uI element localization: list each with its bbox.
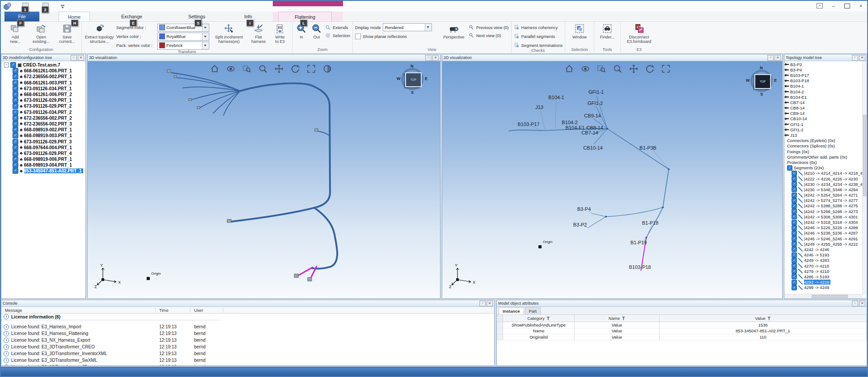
- panel-float-icon[interactable]: ▫: [767, 55, 774, 61]
- segment-item[interactable]: ✓4299 -> 4249: [784, 285, 863, 290]
- checkbox[interactable]: ✓: [13, 168, 18, 174]
- quick-access-customize-icon[interactable]: [61, 5, 64, 8]
- tree-item[interactable]: ✓♣668-061261-006.PRT_1: [1, 68, 85, 74]
- checkbox[interactable]: ✓: [792, 247, 797, 252]
- close-button[interactable]: ×: [857, 3, 864, 9]
- checkbox[interactable]: ✓: [13, 80, 18, 86]
- category-item[interactable]: Grommets/Other add. parts (0x): [784, 154, 863, 159]
- segment-item[interactable]: ✓4246 -> 5193: [784, 252, 863, 258]
- tab-instance[interactable]: Instance: [499, 307, 524, 314]
- rotate-icon[interactable]: [290, 64, 300, 74]
- category-item[interactable]: Connectors (Splices) (0x): [784, 143, 863, 149]
- tree-item[interactable]: ✓♣668-098919-006.PRT_1: [1, 156, 85, 162]
- node-label-gfi1-1[interactable]: GFI1-1: [589, 89, 604, 95]
- checkbox[interactable]: ✓: [13, 162, 18, 168]
- segment-item[interactable]: ✓4279 -> 4210: [784, 268, 863, 274]
- checkbox[interactable]: ✓: [792, 198, 797, 203]
- category-item[interactable]: Protections (0x): [784, 159, 863, 165]
- checkbox[interactable]: ✓: [792, 274, 797, 279]
- viz2d-compass[interactable]: N W E S TOP: [747, 67, 776, 95]
- console-row[interactable]: iLicense found: E3_Harness_Flattening12:…: [1, 330, 494, 337]
- tree-item[interactable]: ✓♣672-236556-002.PRT_3: [1, 121, 85, 127]
- segment-item[interactable]: ✓|4230 -> 5348_5348 -> 4294: [784, 187, 863, 192]
- chevron-down-icon[interactable]: [202, 24, 209, 31]
- viz3d-compass[interactable]: N W E S TOP: [398, 65, 427, 93]
- color-select[interactable]: Firebrick: [157, 42, 209, 50]
- node-label-b3-p2[interactable]: B3-P2: [573, 222, 587, 227]
- chevron-down-icon[interactable]: [202, 33, 209, 40]
- tree-item[interactable]: ✓♣673-091126-029.PRT_3: [1, 138, 85, 144]
- flat-harness-button[interactable]: Flatharness: [249, 23, 268, 50]
- segment-item[interactable]: ✓4293 -> 4210: [784, 280, 863, 285]
- panel-close-icon[interactable]: ×: [859, 55, 865, 61]
- fit-icon[interactable]: [306, 64, 316, 74]
- tree-item[interactable]: ✓♣853-345047-851-A02.PRT_1: [1, 168, 85, 174]
- table-row[interactable]: ShowPublishedAndLineTypeValue1536: [497, 322, 867, 328]
- segment-item[interactable]: ✓|4242 -> 5298_5298 -> 4273: [784, 209, 863, 214]
- connector-item[interactable]: CB10-14: [784, 116, 863, 121]
- checkbox[interactable]: ✓: [13, 127, 18, 133]
- tab-part[interactable]: Part: [525, 307, 541, 314]
- node-label-b1-p18[interactable]: B1-P18: [642, 220, 659, 226]
- column-name[interactable]: Name: [575, 315, 660, 322]
- view-orient-icon[interactable]: [226, 64, 236, 74]
- checkbox[interactable]: ✓: [792, 214, 797, 219]
- segment-item[interactable]: ✓|4242 -> 5264_5264 -> 4271: [784, 193, 863, 198]
- save-current-button[interactable]: Savecurrent...: [55, 23, 79, 47]
- segment-item[interactable]: ✓|4249 -> 4255_4255 -> 4222: [784, 241, 863, 247]
- chevron-down-icon[interactable]: [202, 42, 209, 49]
- segment-item[interactable]: ✓|4242 -> 5318_5318 -> 4304: [784, 219, 863, 225]
- checkbox[interactable]: ✓: [13, 109, 18, 115]
- segment-item[interactable]: ✓|4222 -> 4226_4226 -> 4230: [784, 176, 863, 181]
- table-row[interactable]: NameValue853-345047-851-A02.PRT_1: [497, 328, 867, 335]
- viz2d-viewport[interactable]: B103-P17J13B104-1B104-2B104-E1CB8-14CB7-…: [442, 61, 782, 298]
- column-value[interactable]: Value: [660, 315, 867, 322]
- node-label-b103-p17[interactable]: B103-P17: [518, 121, 540, 127]
- panel-close-icon[interactable]: ×: [432, 55, 439, 61]
- checkbox[interactable]: ✓: [13, 139, 18, 145]
- segment-item[interactable]: ✓4286 -> 5193: [784, 274, 863, 279]
- column-message[interactable]: Message: [1, 308, 156, 313]
- maximize-button[interactable]: [844, 4, 850, 8]
- checkbox[interactable]: ✓: [13, 156, 18, 162]
- display-mode-select[interactable]: Rendered: [383, 23, 432, 31]
- segment-item[interactable]: ✓4249 -> 4283: [784, 258, 863, 263]
- checkbox[interactable]: ✓: [792, 187, 797, 192]
- checkbox[interactable]: ✓: [792, 193, 797, 198]
- category-item[interactable]: Connectors (Eyelets) (0x): [784, 138, 863, 143]
- view-orient-icon[interactable]: [580, 64, 590, 74]
- column-category[interactable]: Category: [503, 315, 575, 322]
- tree-item[interactable]: ✓♣673-091126-029.PRT_4: [1, 151, 85, 156]
- connector-item[interactable]: B104-E1: [784, 94, 863, 100]
- chevron-down-icon[interactable]: [425, 24, 432, 31]
- checkbox[interactable]: ✓: [13, 121, 18, 127]
- split-incoherent-button[interactable]: Split incoherentharness(es): [211, 23, 247, 50]
- column-user[interactable]: User: [191, 308, 223, 313]
- tree-item[interactable]: ✓♣673-091126-029.PRT_1: [1, 97, 85, 103]
- checkbox[interactable]: ✓: [792, 236, 797, 241]
- connector-item[interactable]: B103-P17: [784, 72, 863, 78]
- node-label-b104-1[interactable]: B104-1: [548, 95, 564, 100]
- node-label-j13[interactable]: J13: [535, 105, 543, 110]
- checkbox[interactable]: ✓: [792, 225, 797, 230]
- connector-item[interactable]: CB8-14: [784, 105, 863, 111]
- node-label-cb9-14[interactable]: CB9-14: [584, 113, 601, 118]
- ribbon-options-icon[interactable]: +: [817, 3, 823, 8]
- checkbox[interactable]: ✓: [792, 280, 797, 285]
- checkbox[interactable]: ✓: [792, 209, 797, 214]
- segment-item[interactable]: ✓|4242 -> 5308_5308 -> 4301: [784, 214, 863, 219]
- category-item[interactable]: Fixings (0x): [784, 149, 863, 154]
- checkbox[interactable]: ✓: [792, 258, 797, 263]
- segment-item[interactable]: ✓|4246 -> 5226_5226 -> 4289: [784, 225, 863, 230]
- console-row[interactable]: iLicense found: E3_3DTransformer_Invento…: [1, 350, 494, 357]
- checkbox[interactable]: ✓: [13, 68, 18, 74]
- checkbox[interactable]: ✓: [792, 263, 797, 268]
- zoom-window-icon[interactable]: [242, 64, 252, 74]
- connector-item[interactable]: B103-P18: [784, 78, 863, 84]
- panel-float-icon[interactable]: ▫: [852, 301, 858, 306]
- minimize-button[interactable]: –: [830, 3, 837, 9]
- home-icon[interactable]: [564, 64, 574, 74]
- add-new-button[interactable]: Addnew...: [3, 23, 27, 47]
- zoom-selection-button[interactable]: Selection: [325, 32, 350, 38]
- shading-icon[interactable]: [322, 64, 332, 74]
